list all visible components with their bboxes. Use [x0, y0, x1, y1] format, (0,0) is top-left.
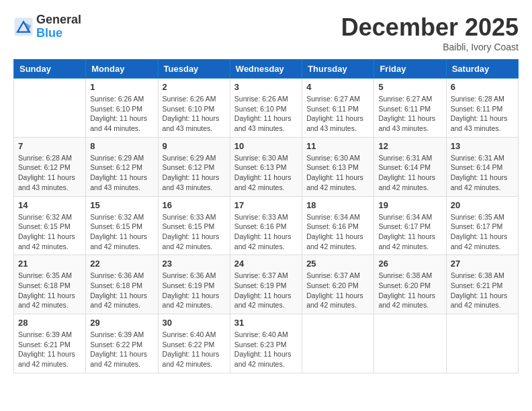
- calendar-cell: 30Sunrise: 6:40 AM Sunset: 6:22 PM Dayli…: [158, 314, 230, 373]
- day-info: Sunrise: 6:26 AM Sunset: 6:10 PM Dayligh…: [163, 94, 226, 134]
- calendar-week-row: 7Sunrise: 6:28 AM Sunset: 6:12 PM Daylig…: [14, 137, 519, 196]
- calendar-cell: 3Sunrise: 6:26 AM Sunset: 6:10 PM Daylig…: [230, 79, 302, 138]
- calendar-cell: 31Sunrise: 6:40 AM Sunset: 6:23 PM Dayli…: [230, 314, 302, 373]
- day-number: 10: [234, 141, 298, 151]
- day-info: Sunrise: 6:36 AM Sunset: 6:18 PM Dayligh…: [90, 271, 153, 310]
- calendar-week-row: 21Sunrise: 6:35 AM Sunset: 6:18 PM Dayli…: [14, 255, 519, 314]
- day-info: Sunrise: 6:29 AM Sunset: 6:12 PM Dayligh…: [163, 153, 226, 193]
- calendar-cell: 2Sunrise: 6:26 AM Sunset: 6:10 PM Daylig…: [158, 79, 230, 138]
- day-number: 13: [451, 141, 514, 151]
- title-block: December 2025 Baibli, Ivory Coast: [341, 13, 519, 52]
- calendar-cell: 7Sunrise: 6:28 AM Sunset: 6:12 PM Daylig…: [14, 137, 86, 196]
- day-info: Sunrise: 6:40 AM Sunset: 6:22 PM Dayligh…: [163, 330, 226, 369]
- day-number: 29: [90, 318, 153, 328]
- day-number: 8: [90, 141, 153, 151]
- day-info: Sunrise: 6:39 AM Sunset: 6:22 PM Dayligh…: [90, 330, 153, 369]
- day-info: Sunrise: 6:32 AM Sunset: 6:15 PM Dayligh…: [18, 212, 81, 252]
- day-number: 23: [163, 259, 226, 269]
- logo: General Blue: [13, 13, 81, 40]
- day-number: 26: [378, 259, 441, 269]
- calendar-cell: 10Sunrise: 6:30 AM Sunset: 6:13 PM Dayli…: [230, 137, 302, 196]
- day-info: Sunrise: 6:31 AM Sunset: 6:14 PM Dayligh…: [378, 153, 441, 193]
- logo-blue-text: Blue: [36, 27, 81, 40]
- day-number: 1: [90, 82, 153, 92]
- location-text: Baibli, Ivory Coast: [341, 42, 519, 52]
- day-number: 16: [163, 200, 226, 210]
- weekday-header: Friday: [374, 60, 446, 79]
- calendar-cell: 24Sunrise: 6:37 AM Sunset: 6:19 PM Dayli…: [230, 255, 302, 314]
- day-number: 2: [163, 82, 226, 92]
- day-info: Sunrise: 6:27 AM Sunset: 6:11 PM Dayligh…: [306, 94, 369, 134]
- weekday-header: Thursday: [302, 60, 374, 79]
- calendar-cell: 1Sunrise: 6:26 AM Sunset: 6:10 PM Daylig…: [86, 79, 158, 138]
- day-number: 11: [306, 141, 369, 151]
- calendar-week-row: 1Sunrise: 6:26 AM Sunset: 6:10 PM Daylig…: [14, 79, 519, 138]
- calendar-cell: 27Sunrise: 6:38 AM Sunset: 6:21 PM Dayli…: [446, 255, 518, 314]
- day-number: 3: [234, 82, 298, 92]
- calendar-table: SundayMondayTuesdayWednesdayThursdayFrid…: [13, 59, 519, 373]
- calendar-cell: 25Sunrise: 6:37 AM Sunset: 6:20 PM Dayli…: [302, 255, 374, 314]
- weekday-header: Sunday: [14, 60, 86, 79]
- calendar-cell: 28Sunrise: 6:39 AM Sunset: 6:21 PM Dayli…: [14, 314, 86, 373]
- weekday-header: Saturday: [446, 60, 518, 79]
- day-info: Sunrise: 6:29 AM Sunset: 6:12 PM Dayligh…: [90, 153, 153, 193]
- calendar-cell: 12Sunrise: 6:31 AM Sunset: 6:14 PM Dayli…: [374, 137, 446, 196]
- calendar-cell: [446, 314, 518, 373]
- calendar-cell: 8Sunrise: 6:29 AM Sunset: 6:12 PM Daylig…: [86, 137, 158, 196]
- day-info: Sunrise: 6:34 AM Sunset: 6:16 PM Dayligh…: [306, 212, 369, 252]
- day-number: 12: [378, 141, 441, 151]
- day-number: 9: [163, 141, 226, 151]
- day-number: 21: [18, 259, 81, 269]
- day-number: 31: [234, 318, 298, 328]
- calendar-cell: 17Sunrise: 6:33 AM Sunset: 6:16 PM Dayli…: [230, 196, 302, 255]
- day-info: Sunrise: 6:31 AM Sunset: 6:14 PM Dayligh…: [451, 153, 514, 193]
- day-info: Sunrise: 6:37 AM Sunset: 6:19 PM Dayligh…: [234, 271, 298, 310]
- calendar-cell: 16Sunrise: 6:33 AM Sunset: 6:15 PM Dayli…: [158, 196, 230, 255]
- day-info: Sunrise: 6:37 AM Sunset: 6:20 PM Dayligh…: [306, 271, 369, 310]
- day-info: Sunrise: 6:40 AM Sunset: 6:23 PM Dayligh…: [234, 330, 298, 369]
- calendar-cell: 9Sunrise: 6:29 AM Sunset: 6:12 PM Daylig…: [158, 137, 230, 196]
- day-info: Sunrise: 6:28 AM Sunset: 6:12 PM Dayligh…: [18, 153, 81, 193]
- day-info: Sunrise: 6:30 AM Sunset: 6:13 PM Dayligh…: [234, 153, 298, 193]
- calendar-cell: 20Sunrise: 6:35 AM Sunset: 6:17 PM Dayli…: [446, 196, 518, 255]
- calendar-cell: 15Sunrise: 6:32 AM Sunset: 6:15 PM Dayli…: [86, 196, 158, 255]
- day-number: 6: [451, 82, 514, 92]
- calendar-cell: 19Sunrise: 6:34 AM Sunset: 6:17 PM Dayli…: [374, 196, 446, 255]
- day-info: Sunrise: 6:39 AM Sunset: 6:21 PM Dayligh…: [18, 330, 81, 369]
- day-number: 5: [378, 82, 441, 92]
- day-number: 4: [306, 82, 369, 92]
- weekday-header: Tuesday: [158, 60, 230, 79]
- day-info: Sunrise: 6:38 AM Sunset: 6:21 PM Dayligh…: [451, 271, 514, 310]
- calendar-cell: [374, 314, 446, 373]
- calendar-cell: 5Sunrise: 6:27 AM Sunset: 6:11 PM Daylig…: [374, 79, 446, 138]
- calendar-cell: 4Sunrise: 6:27 AM Sunset: 6:11 PM Daylig…: [302, 79, 374, 138]
- calendar-week-row: 28Sunrise: 6:39 AM Sunset: 6:21 PM Dayli…: [14, 314, 519, 373]
- calendar-cell: [302, 314, 374, 373]
- calendar-cell: [14, 79, 86, 138]
- calendar-cell: 6Sunrise: 6:28 AM Sunset: 6:11 PM Daylig…: [446, 79, 518, 138]
- day-number: 25: [306, 259, 369, 269]
- day-number: 20: [451, 200, 514, 210]
- day-number: 15: [90, 200, 153, 210]
- day-info: Sunrise: 6:32 AM Sunset: 6:15 PM Dayligh…: [90, 212, 153, 252]
- day-info: Sunrise: 6:26 AM Sunset: 6:10 PM Dayligh…: [90, 94, 153, 134]
- calendar-cell: 26Sunrise: 6:38 AM Sunset: 6:20 PM Dayli…: [374, 255, 446, 314]
- calendar-cell: 13Sunrise: 6:31 AM Sunset: 6:14 PM Dayli…: [446, 137, 518, 196]
- logo-general-text: General: [36, 13, 81, 27]
- day-info: Sunrise: 6:28 AM Sunset: 6:11 PM Dayligh…: [451, 94, 514, 134]
- day-number: 27: [451, 259, 514, 269]
- day-info: Sunrise: 6:26 AM Sunset: 6:10 PM Dayligh…: [234, 94, 298, 134]
- day-info: Sunrise: 6:33 AM Sunset: 6:15 PM Dayligh…: [163, 212, 226, 252]
- day-number: 30: [163, 318, 226, 328]
- day-number: 14: [18, 200, 81, 210]
- day-number: 22: [90, 259, 153, 269]
- calendar-cell: 11Sunrise: 6:30 AM Sunset: 6:13 PM Dayli…: [302, 137, 374, 196]
- day-info: Sunrise: 6:36 AM Sunset: 6:19 PM Dayligh…: [163, 271, 226, 310]
- day-number: 28: [18, 318, 81, 328]
- day-info: Sunrise: 6:35 AM Sunset: 6:18 PM Dayligh…: [18, 271, 81, 310]
- calendar-header-row: SundayMondayTuesdayWednesdayThursdayFrid…: [14, 60, 519, 79]
- calendar-week-row: 14Sunrise: 6:32 AM Sunset: 6:15 PM Dayli…: [14, 196, 519, 255]
- day-info: Sunrise: 6:34 AM Sunset: 6:17 PM Dayligh…: [378, 212, 441, 252]
- day-info: Sunrise: 6:35 AM Sunset: 6:17 PM Dayligh…: [451, 212, 514, 252]
- weekday-header: Wednesday: [230, 60, 302, 79]
